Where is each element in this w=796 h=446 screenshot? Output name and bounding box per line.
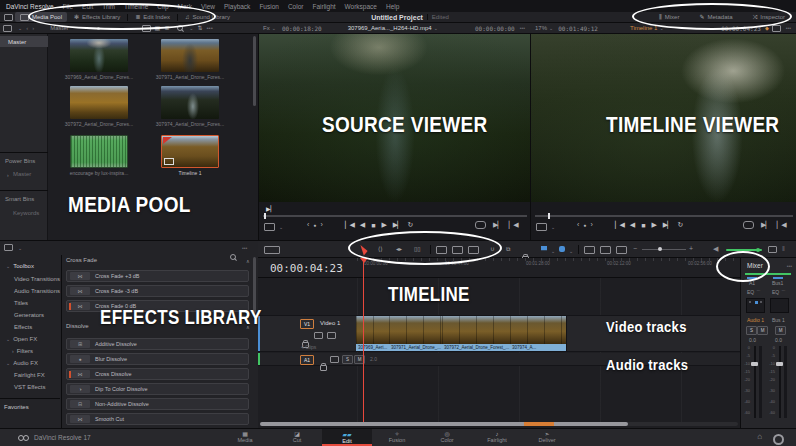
tree-effects[interactable]: Effects	[14, 324, 32, 330]
smart-bins-label[interactable]: Smart Bins	[5, 196, 34, 202]
timeline-jog-control[interactable]: ‹●›	[577, 221, 593, 228]
effect-item[interactable]: ⋈Cross Fade 0 dB	[66, 300, 249, 312]
menu-playback[interactable]: Playback	[224, 3, 250, 10]
chevron-down-icon[interactable]: ⌄	[18, 25, 22, 31]
dynamic-trim-mode-icon[interactable]: ◂▸	[396, 246, 402, 252]
replace-clip-icon[interactable]	[468, 246, 479, 254]
clip-thumbnail-307971[interactable]	[161, 39, 219, 72]
menu-view[interactable]: View	[201, 3, 215, 10]
go-to-out-icon[interactable]: ▏◀	[777, 221, 786, 229]
tree-vst-effects[interactable]: VST Effects	[14, 384, 45, 390]
eq-label[interactable]: EQ	[747, 289, 754, 295]
source-video[interactable]	[259, 34, 531, 202]
page-cut[interactable]: ◪ Cut	[275, 429, 319, 446]
auto-select-icon[interactable]	[314, 332, 323, 339]
menu-workspace[interactable]: Workspace	[345, 3, 377, 10]
media-pool-button[interactable]: Media Pool	[15, 12, 67, 22]
breadcrumb[interactable]: Master	[50, 25, 68, 31]
fader-handle[interactable]	[776, 362, 783, 366]
menu-fairlight[interactable]: Fairlight	[312, 3, 335, 10]
menu-clip[interactable]: Clip	[157, 3, 168, 10]
last-frame-button[interactable]: ▶▏	[663, 221, 672, 229]
stop-button[interactable]: ■	[371, 222, 375, 229]
chevron-down-icon[interactable]: ⌄	[18, 245, 22, 251]
audio-track-badge[interactable]: A1	[300, 355, 314, 365]
timeline-name-chevron-icon[interactable]: ⌄	[659, 25, 663, 31]
playhead-marker[interactable]	[360, 258, 368, 263]
filmstrip-view-icon[interactable]	[142, 25, 151, 32]
bin-master[interactable]: Master	[0, 36, 48, 47]
section-header-cross-fade[interactable]: Cross Fade	[66, 257, 97, 263]
timeline-playhead[interactable]	[363, 258, 364, 422]
edit-index-button[interactable]: ≣Edit Index	[130, 12, 175, 22]
stop-button[interactable]: ■	[641, 222, 645, 229]
clip-thumbnail-307972[interactable]	[70, 86, 128, 119]
go-to-in-icon[interactable]: ▶▏	[493, 221, 502, 229]
tree-toolbox[interactable]: ⌄Toolbox	[4, 263, 34, 269]
solo-button[interactable]: S	[342, 355, 353, 364]
effect-item[interactable]: ⋈Cross Fade -3 dB	[66, 285, 249, 297]
audio-track-lane[interactable]: A1 S M 2.0	[258, 353, 740, 366]
timeline-scrubber-playhead[interactable]	[548, 213, 550, 219]
timeline-clip[interactable]: 307972_Aerial_Drone_Forest_...	[442, 316, 511, 351]
track-monitor-icon[interactable]	[327, 332, 336, 339]
play-button[interactable]: ▶	[651, 221, 656, 229]
menu-app[interactable]: DaVinci Resolve	[6, 3, 54, 10]
strip-solo-button[interactable]: S	[746, 326, 757, 335]
metadata-button[interactable]: ✎Metadata	[694, 12, 737, 22]
mixer-more-icon[interactable]: •••	[787, 263, 792, 269]
cue-marks-icon[interactable]: ▶▏	[266, 205, 275, 212]
fx-chevron-icon[interactable]: ⌄	[272, 25, 276, 31]
tree-fairlight-fx[interactable]: Fairlight FX	[14, 372, 45, 378]
zoom-in-icon[interactable]: +	[689, 245, 693, 252]
snapping-icon[interactable]: ∪	[490, 246, 494, 252]
page-media[interactable]: ▦ Media	[223, 429, 267, 446]
bin-panel-toggle-icon[interactable]	[3, 25, 12, 32]
back-arrow-icon[interactable]: ‹	[26, 25, 28, 31]
tree-titles[interactable]: Titles	[14, 300, 28, 306]
dual-monitor-icon[interactable]	[772, 25, 781, 32]
timeline-h-scrollbar[interactable]	[260, 422, 738, 426]
tree-audio-transitions[interactable]: Audio Transitions	[14, 288, 60, 294]
effect-item[interactable]: ⋈Cross Fade +3 dB	[66, 270, 249, 282]
video-track-name[interactable]: Video 1	[320, 320, 340, 326]
go-to-out-icon[interactable]: ▏◀	[509, 221, 518, 229]
strip-id-a1[interactable]: A1	[749, 280, 755, 286]
timeline-video[interactable]	[531, 34, 796, 202]
fader-track[interactable]	[779, 346, 781, 418]
timeline-view-options-icon[interactable]	[264, 246, 280, 254]
effects-panel-toggle-icon[interactable]	[4, 244, 13, 251]
list-view-icon[interactable]: ≣	[164, 25, 169, 31]
zoom-slider[interactable]	[642, 249, 686, 250]
page-fairlight[interactable]: ♪ Fairlight	[475, 429, 519, 446]
zoom-out-icon[interactable]: −	[633, 245, 637, 252]
timeline-clip[interactable]: 307974_A...	[510, 316, 567, 351]
flag-icon[interactable]	[541, 246, 547, 252]
section-header-dissolve[interactable]: Dissolve	[66, 323, 89, 329]
effects-scrollbar[interactable]	[253, 257, 256, 313]
timeline-clip[interactable]: 307969_Aeri...	[356, 316, 390, 351]
tree-favorites[interactable]: Favorites	[4, 404, 29, 410]
play-reverse-button[interactable]: ◀	[360, 221, 365, 229]
marker-chevron-icon[interactable]: ⌄	[569, 248, 573, 254]
clip-name-chevron-icon[interactable]: ⌄	[434, 25, 438, 31]
play-button[interactable]: ▶	[381, 221, 386, 229]
source-scrubber-playhead[interactable]	[264, 213, 266, 219]
tree-open-fx[interactable]: ⌄Open FX	[4, 336, 37, 342]
tree-audio-fx[interactable]: ⌄Audio FX	[4, 360, 38, 366]
source-view-mode[interactable]: ⌄	[264, 223, 283, 231]
sound-library-button[interactable]: ♫Sound Library	[180, 12, 235, 22]
trim-edit-mode-icon[interactable]: ⟨⟩	[378, 246, 383, 252]
media-pool-scrollbar[interactable]	[253, 36, 256, 106]
strip-mute-button[interactable]: M	[775, 326, 786, 335]
auto-select-icon[interactable]	[330, 356, 339, 363]
search-icon[interactable]	[177, 25, 183, 31]
timeline-timecode[interactable]: 00:00:04:23	[270, 262, 343, 275]
go-to-in-icon[interactable]: ▶▏	[761, 221, 770, 229]
effects-library-button[interactable]: ✻Effects Library	[69, 12, 125, 22]
source-clip-name[interactable]: 307969_Aeria..._H264-HD.mp4	[348, 25, 432, 31]
play-reverse-button[interactable]: ◀	[630, 221, 635, 229]
effect-item[interactable]: ⋈Cross Dissolve	[66, 368, 249, 380]
page-color[interactable]: ◎ Color	[425, 429, 469, 446]
thumb-size-slider[interactable]	[97, 27, 100, 30]
